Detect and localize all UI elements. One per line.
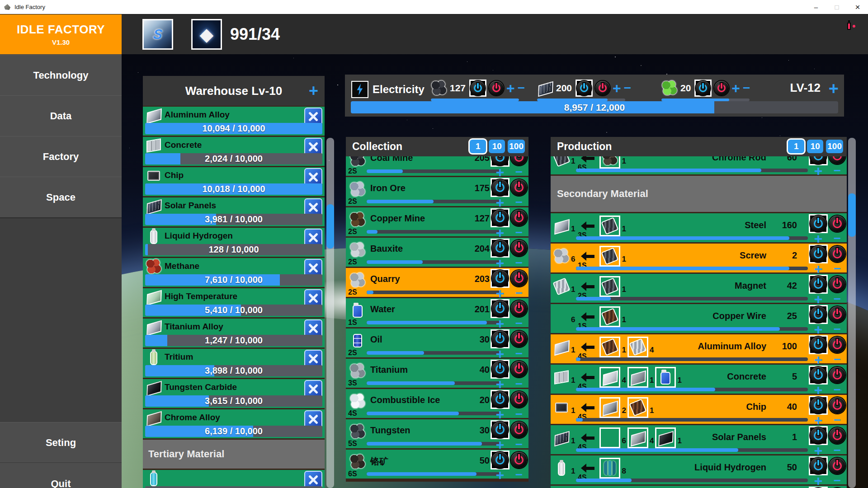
crystal-badge-icon[interactable]: ◆ xyxy=(191,19,222,50)
increase-button[interactable]: + xyxy=(496,197,505,208)
decrease-button[interactable]: − xyxy=(515,348,523,359)
power-off-button[interactable] xyxy=(829,216,845,232)
decrease-button[interactable]: − xyxy=(834,475,841,486)
decrease-button[interactable]: − xyxy=(834,263,841,274)
increase-button[interactable]: + xyxy=(496,439,505,450)
decrease-button[interactable]: − xyxy=(743,83,750,94)
collection-item-row[interactable]: Tungsten305S+− xyxy=(346,419,528,448)
decrease-button[interactable]: − xyxy=(624,83,631,94)
power-on-button[interactable] xyxy=(491,420,509,439)
power-on-button[interactable] xyxy=(491,299,509,318)
decrease-button[interactable]: − xyxy=(515,318,523,329)
power-off-button[interactable] xyxy=(829,458,845,474)
power-off-button[interactable] xyxy=(595,81,610,95)
production-item-row[interactable]: 121Chip404S+− xyxy=(551,395,847,424)
increase-button[interactable]: + xyxy=(814,445,823,456)
amount-button-100[interactable]: 100 xyxy=(826,140,843,153)
power-off-button[interactable] xyxy=(829,397,845,413)
decrease-button[interactable]: − xyxy=(515,439,523,450)
increase-button[interactable]: + xyxy=(814,354,823,365)
decrease-button[interactable]: − xyxy=(515,167,523,178)
power-off-button[interactable] xyxy=(829,306,845,323)
warehouse-scrollbar[interactable] xyxy=(326,138,334,488)
production-item-row[interactable]: 61Copper Wire251S+− xyxy=(551,304,847,333)
power-off-button[interactable] xyxy=(511,452,527,468)
increase-button[interactable]: + xyxy=(814,415,823,426)
electricity-upgrade-button[interactable]: + xyxy=(829,79,839,99)
decrease-button[interactable]: − xyxy=(834,354,841,365)
power-off-button[interactable] xyxy=(829,246,845,262)
collection-item-row[interactable]: 铬矿506S+− xyxy=(346,450,528,479)
power-on-button[interactable] xyxy=(809,456,828,475)
decrease-button[interactable]: − xyxy=(834,415,841,426)
power-off-button[interactable] xyxy=(511,270,527,286)
decrease-button[interactable]: − xyxy=(515,379,523,389)
decrease-button[interactable]: − xyxy=(515,469,523,480)
power-on-button[interactable] xyxy=(491,390,509,409)
sidebar-item-factory[interactable]: Factory xyxy=(0,136,122,178)
increase-button[interactable]: + xyxy=(496,469,505,480)
power-on-button[interactable] xyxy=(809,214,828,233)
power-off-button[interactable] xyxy=(511,210,527,226)
decrease-button[interactable]: − xyxy=(515,197,523,208)
scrollbar-thumb[interactable] xyxy=(848,193,856,237)
power-on-button[interactable] xyxy=(809,244,828,263)
collection-item-row[interactable]: Bauxite2042S+− xyxy=(346,238,528,267)
power-on-button[interactable] xyxy=(491,208,509,227)
sidebar-item-seting[interactable]: Seting xyxy=(0,422,122,464)
increase-button[interactable]: + xyxy=(814,324,823,335)
maximize-button[interactable]: □ xyxy=(826,0,847,14)
sidebar-item-technology[interactable]: Technology xyxy=(0,55,122,96)
decrease-button[interactable]: − xyxy=(834,165,841,176)
power-off-button[interactable] xyxy=(829,427,845,444)
collection-item-row[interactable]: Oil302S+− xyxy=(346,328,528,357)
power-off-button[interactable] xyxy=(511,422,527,438)
power-off-button[interactable] xyxy=(511,179,527,196)
increase-button[interactable]: + xyxy=(814,475,823,486)
increase-button[interactable]: + xyxy=(496,348,505,359)
craft-tools-button[interactable] xyxy=(304,471,322,488)
decrease-button[interactable]: − xyxy=(518,83,525,94)
collection-item-row[interactable]: Quarry2032S+− xyxy=(346,268,528,297)
production-item-row[interactable]: 114Aluminum Alloy1004S+− xyxy=(551,334,847,363)
production-item-row[interactable]: 1641Solar Panels14S+− xyxy=(551,425,847,454)
power-on-button[interactable] xyxy=(809,305,828,324)
power-on-button[interactable] xyxy=(491,239,509,258)
power-on-button[interactable] xyxy=(809,366,828,385)
power-on-button[interactable] xyxy=(809,335,828,354)
sidebar-item-quit[interactable]: Quit xyxy=(0,463,122,488)
power-off-button[interactable] xyxy=(489,81,504,95)
power-off-button[interactable] xyxy=(511,331,527,347)
production-item-row[interactable]: 11Steel1603S+− xyxy=(551,213,847,242)
increase-button[interactable]: + xyxy=(814,294,823,305)
power-off-button[interactable] xyxy=(829,337,845,353)
sidebar-item-space[interactable]: Space xyxy=(0,177,122,218)
collection-item-row[interactable]: Copper Mine1272S+− xyxy=(346,207,528,236)
power-on-button[interactable] xyxy=(809,426,828,445)
production-item-row[interactable]: 1411Concrete54S+− xyxy=(551,365,847,394)
increase-button[interactable]: + xyxy=(814,385,823,395)
amount-button-10[interactable]: 10 xyxy=(807,140,823,153)
blueprint-badge-icon[interactable]: S xyxy=(142,19,173,50)
production-item-row[interactable]: +− xyxy=(551,486,847,488)
decrease-button[interactable]: − xyxy=(515,409,523,420)
increase-button[interactable]: + xyxy=(496,227,505,238)
collection-item-row[interactable]: Titanium403S+− xyxy=(346,359,528,388)
close-button[interactable]: × xyxy=(847,0,868,14)
increase-button[interactable]: + xyxy=(731,83,740,94)
increase-button[interactable]: + xyxy=(496,167,505,178)
increase-button[interactable]: + xyxy=(506,83,515,94)
production-item-row[interactable]: 11Magnet422S+− xyxy=(551,274,847,303)
increase-button[interactable]: + xyxy=(496,258,505,268)
power-on-button[interactable] xyxy=(491,329,509,348)
power-off-button[interactable] xyxy=(511,300,527,317)
increase-button[interactable]: + xyxy=(814,233,823,244)
collection-item-row[interactable]: Combustible Ice204S+− xyxy=(346,389,528,418)
power-off-button[interactable] xyxy=(511,361,527,377)
decrease-button[interactable]: − xyxy=(515,258,523,268)
amount-button-100[interactable]: 100 xyxy=(508,140,525,153)
increase-button[interactable]: + xyxy=(613,83,621,94)
increase-button[interactable]: + xyxy=(496,379,505,389)
production-item-row[interactable]: 18Liquid Hydrogen504S+− xyxy=(551,455,847,484)
sidebar-item-data[interactable]: Data xyxy=(0,95,122,137)
